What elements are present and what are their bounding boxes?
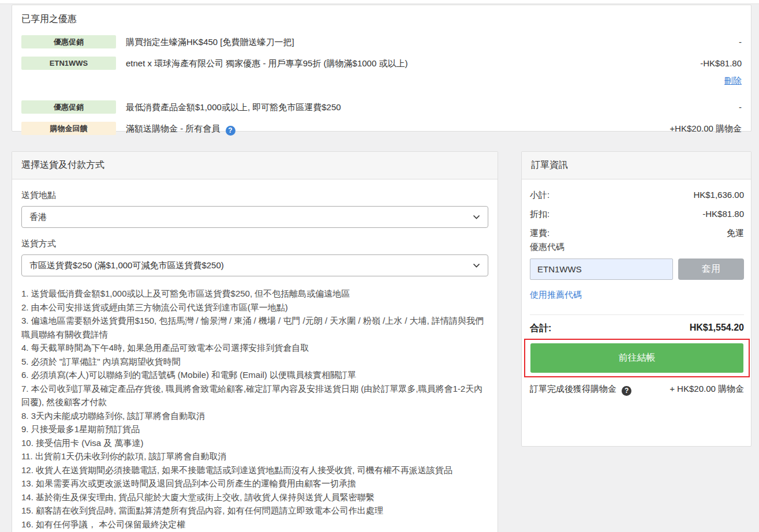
promo-amount-value: -HK$81.80 xyxy=(700,58,742,68)
promo-code-input[interactable] xyxy=(530,258,673,280)
promo-badge: ETN1WWS xyxy=(21,57,116,70)
promo-badge: 優惠促銷 xyxy=(21,100,116,114)
delivery-note: 1. 送貨最低消費金額$1,000或以上及可豁免市區送貨費$250, 但不包括離… xyxy=(21,287,488,301)
promo-badge: 優惠促銷 xyxy=(21,35,116,48)
delivery-note: 12. 收貨人在送貨期間必須接聽電話, 如果不接聽電話或到達送貨地點而沒有人接受… xyxy=(21,463,488,477)
delivery-method-label: 送貨方式 xyxy=(21,238,488,249)
promo-code-row: 套用 xyxy=(530,258,744,280)
promo-description-text: 滿額送購物金 - 所有會員 xyxy=(126,123,220,133)
delivery-note: 7. 本公司收到訂單及確定產品存貨後, 職員將會致電給顧客,確定訂單內容及安排送… xyxy=(21,382,488,409)
delivery-note: 3. 偏遠地區需要額外送貨費用$150, 包括馬灣 / 愉景灣 / 東涌 / 機… xyxy=(21,314,488,341)
delivery-note: 15. 顧客請在收到貨品時, 當面點算清楚所有貨品內容, 如有任何問題請立即致電… xyxy=(21,504,488,518)
credit-value: + HK$20.00 購物金 xyxy=(660,383,744,396)
promo-row: 優惠促銷 最低消費產品金額$1,000或以上, 即可豁免市區運費$250 - xyxy=(21,100,742,114)
promo-row: 購物金回饋 滿額送購物金 - 所有會員 ? +HK$20.00 購物金 xyxy=(21,122,742,136)
subtotal-label: 小計: xyxy=(530,190,549,201)
delivery-note: 11. 出貨前1天仍未收到你的款項, 該訂單將會自動取消 xyxy=(21,449,488,463)
promotions-panel-title: 已享用之優惠 xyxy=(21,13,742,25)
checkout-highlight-box: 前往結帳 xyxy=(524,339,750,377)
help-icon[interactable]: ? xyxy=(622,386,631,396)
promo-description: 滿額送購物金 - 所有會員 ? xyxy=(126,122,648,136)
discount-row: 折扣: -HK$81.80 xyxy=(530,209,744,220)
promo-row: ETN1WWS etnet x 環球海產有限公司 獨家優惠 - 用戶專享95折 … xyxy=(21,57,742,87)
order-info-panel: 訂單資訊 小計: HK$1,636.00 折扣: -HK$81.80 運費: 免… xyxy=(521,151,751,447)
shipping-row: 運費: 免運 xyxy=(530,228,744,239)
apply-promo-button[interactable]: 套用 xyxy=(678,258,744,280)
delivery-note: 8. 3天內未能成功聯絡到你, 該訂單將會自動取消 xyxy=(21,409,488,423)
promo-code-label: 優惠代碼 xyxy=(530,242,744,253)
shipping-value: 免運 xyxy=(727,228,744,239)
chevron-down-icon xyxy=(473,263,480,268)
total-row: 合計: HK$1,554.20 xyxy=(530,323,744,335)
delivery-panel: 選擇送貨及付款方式 送貨地點 香港 送貨方式 市區送貨費$250 (滿$1,00… xyxy=(12,151,498,532)
delivery-method-value: 市區送貨費$250 (滿$1,000可減免市區送貨費$250) xyxy=(29,260,224,271)
delivery-panel-title: 選擇送貨及付款方式 xyxy=(12,152,498,179)
promo-description: etnet x 環球海產有限公司 獨家優惠 - 用戶專享95折 (購物滿$100… xyxy=(126,57,648,70)
promo-amount: +HK$20.00 購物金 xyxy=(655,122,742,135)
delivery-note: 14. 基於衛生及保安理由, 貨品只能於大廈大堂或街上交收, 請收貨人保持與送貨… xyxy=(21,490,488,504)
discount-label: 折扣: xyxy=(530,209,549,220)
credit-note-text: 訂單完成後獲得購物金 xyxy=(530,384,616,394)
delivery-note: 5. 必須於 "訂單備註" 內填寫期望收貨時間 xyxy=(21,355,488,369)
delivery-location-value: 香港 xyxy=(29,212,47,223)
subtotal-value: HK$1,636.00 xyxy=(693,190,744,201)
delivery-location-label: 送貨地點 xyxy=(21,190,488,201)
subtotal-row: 小計: HK$1,636.00 xyxy=(530,190,744,201)
delete-promo-link[interactable]: 刪除 xyxy=(655,74,742,87)
total-label: 合計: xyxy=(530,323,551,335)
checkout-button[interactable]: 前往結帳 xyxy=(530,343,743,373)
referral-code-link[interactable]: 使用推薦代碼 xyxy=(530,290,582,301)
delivery-note: 9. 只接受最多1星期前預訂貨品 xyxy=(21,422,488,436)
total-value: HK$1,554.20 xyxy=(690,323,744,335)
checkout-page: 已享用之優惠 優惠促銷 購買指定生蠔滿HK$450 [免費贈送蠔刀一把] - E… xyxy=(0,0,759,532)
promo-row: 優惠促銷 購買指定生蠔滿HK$450 [免費贈送蠔刀一把] - xyxy=(21,35,742,48)
delivery-note: 6. 必須填寫(本人)可以聯絡到的電話號碼 (Mobile) 和電郵 (Emai… xyxy=(21,368,488,382)
promotions-panel: 已享用之優惠 優惠促銷 購買指定生蠔滿HK$450 [免費贈送蠔刀一把] - E… xyxy=(12,5,751,132)
discount-value: -HK$81.80 xyxy=(702,209,744,220)
promo-description: 最低消費產品金額$1,000或以上, 即可豁免市區運費$250 xyxy=(126,100,648,114)
delivery-note: 13. 如果需要再次或更改派送時間及退回貨品到本公司所產生的運輸費用由顧客一切承… xyxy=(21,477,488,490)
top-divider xyxy=(0,0,759,4)
promo-amount: - xyxy=(655,35,742,48)
promo-amount: - xyxy=(655,100,742,114)
credit-note-label: 訂單完成後獲得購物金 ? xyxy=(530,383,631,396)
delivery-location-select[interactable]: 香港 xyxy=(21,206,488,228)
help-icon[interactable]: ? xyxy=(226,126,235,136)
delivery-notes: 1. 送貨最低消費金額$1,000或以上及可豁免市區送貨費$250, 但不包括離… xyxy=(21,287,488,531)
delivery-note: 16. 如有任何爭議， 本公司保留最終決定權 xyxy=(21,518,488,531)
delivery-note: 4. 每天截單時間為下午4時, 如果急用產品可致電本公司選擇安排到貨倉自取 xyxy=(21,341,488,355)
order-panel-title: 訂單資訊 xyxy=(522,152,751,179)
shipping-label: 運費: xyxy=(530,228,549,239)
promo-badge: 購物金回饋 xyxy=(21,122,116,135)
promo-amount: -HK$81.80 刪除 xyxy=(655,57,742,87)
chevron-down-icon xyxy=(473,215,480,220)
delivery-note: 10. 接受信用卡 (Visa 及 萬事達) xyxy=(21,436,488,450)
delivery-method-select[interactable]: 市區送貨費$250 (滿$1,000可減免市區送貨費$250) xyxy=(21,254,488,276)
delivery-note: 2. 由本公司安排送貨或經由第三方物流公司代送貨到達市區(單一地點) xyxy=(21,301,488,314)
order-divider xyxy=(530,314,744,315)
credit-row: 訂單完成後獲得購物金 ? + HK$20.00 購物金 xyxy=(530,383,744,396)
promo-description: 購買指定生蠔滿HK$450 [免費贈送蠔刀一把] xyxy=(126,35,648,48)
